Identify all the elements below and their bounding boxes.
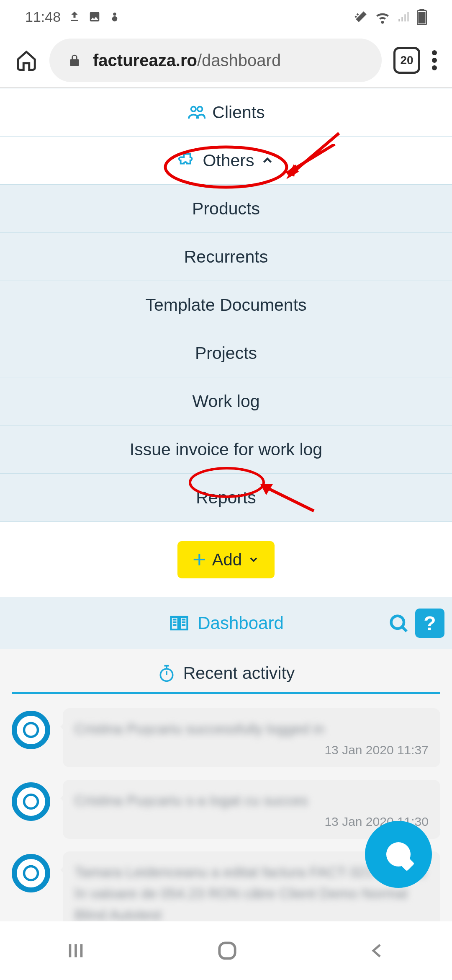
help-button[interactable]: ? bbox=[415, 609, 444, 638]
wifi-icon bbox=[374, 8, 391, 25]
submenu-work-log[interactable]: Work log bbox=[0, 377, 452, 426]
home-icon[interactable] bbox=[15, 49, 38, 72]
avatar bbox=[12, 711, 50, 749]
activity-text: Cristina Pușcariu s-a logat cu succes bbox=[74, 790, 429, 811]
submenu-products[interactable]: Products bbox=[0, 184, 452, 233]
svg-point-10 bbox=[391, 616, 404, 629]
stopwatch-icon bbox=[157, 664, 176, 683]
svg-point-8 bbox=[191, 107, 196, 112]
url-text: factureaza.ro/dashboard bbox=[93, 51, 281, 70]
recent-activity-title: Recent activity bbox=[183, 663, 295, 683]
svg-point-0 bbox=[113, 13, 116, 16]
svg-point-9 bbox=[198, 107, 203, 112]
chat-icon bbox=[386, 842, 411, 867]
svg-rect-4 bbox=[418, 12, 425, 24]
submenu-issue-invoice[interactable]: Issue invoice for work log bbox=[0, 425, 452, 474]
home-button[interactable] bbox=[216, 939, 239, 962]
activity-timestamp: 13 Jan 2020 11:30 bbox=[74, 815, 429, 829]
svg-point-14 bbox=[24, 867, 38, 880]
svg-point-11 bbox=[160, 669, 172, 681]
url-bar[interactable]: factureaza.ro/dashboard bbox=[49, 39, 382, 82]
browser-bar: factureaza.ro/dashboard 20 bbox=[0, 34, 452, 88]
status-time: 11:48 bbox=[25, 9, 61, 25]
snowman-icon bbox=[108, 10, 121, 23]
add-label: Add bbox=[212, 550, 242, 569]
svg-point-5 bbox=[432, 50, 437, 55]
submenu-template-documents[interactable]: Template Documents bbox=[0, 281, 452, 329]
avatar bbox=[12, 854, 50, 892]
svg-point-6 bbox=[432, 58, 437, 63]
svg-point-1 bbox=[112, 16, 118, 22]
activity-timestamp: 13 Jan 2020 11:37 bbox=[74, 743, 429, 757]
vibrate-icon bbox=[354, 10, 368, 24]
nav-clients[interactable]: Clients bbox=[0, 88, 452, 137]
submenu-projects[interactable]: Projects bbox=[0, 329, 452, 377]
kebab-menu-icon[interactable] bbox=[432, 50, 437, 70]
avatar bbox=[12, 782, 50, 821]
chevron-up-icon bbox=[260, 153, 275, 168]
svg-point-13 bbox=[24, 795, 38, 809]
people-icon bbox=[187, 103, 206, 122]
dashboard-header: Dashboard ? bbox=[0, 597, 452, 649]
tab-switcher[interactable]: 20 bbox=[393, 47, 420, 74]
chevron-down-icon bbox=[248, 554, 259, 565]
search-icon[interactable] bbox=[388, 612, 409, 634]
recent-activity-header: Recent activity bbox=[12, 663, 440, 694]
activity-bubble[interactable]: Cristina Pușcariu successfully logged in… bbox=[63, 708, 440, 767]
nav-others-label: Others bbox=[203, 151, 254, 170]
book-icon bbox=[168, 612, 190, 634]
add-row: + Add bbox=[0, 522, 452, 597]
svg-point-12 bbox=[24, 723, 38, 737]
activity-text: Cristina Pușcariu successfully logged in bbox=[74, 718, 429, 740]
recents-button[interactable] bbox=[64, 939, 87, 962]
image-icon bbox=[88, 10, 101, 23]
chat-fab[interactable] bbox=[365, 821, 432, 888]
nav-others[interactable]: Others bbox=[0, 136, 452, 185]
lock-icon bbox=[68, 54, 81, 67]
activity-item: Cristina Pușcariu successfully logged in… bbox=[12, 708, 440, 767]
nav-clients-label: Clients bbox=[212, 103, 265, 122]
puzzle-icon bbox=[177, 151, 197, 170]
battery-icon bbox=[417, 9, 427, 25]
submenu-reports[interactable]: Reports bbox=[0, 473, 452, 522]
dashboard-title: Dashboard bbox=[198, 613, 283, 633]
signal-icon bbox=[397, 10, 411, 24]
back-button[interactable] bbox=[367, 941, 388, 961]
svg-point-7 bbox=[432, 65, 437, 70]
submenu-recurrents[interactable]: Recurrents bbox=[0, 232, 452, 281]
system-nav bbox=[0, 921, 452, 980]
svg-rect-15 bbox=[219, 943, 235, 958]
status-bar: 11:48 bbox=[0, 0, 452, 34]
upload-icon bbox=[68, 10, 81, 23]
add-button[interactable]: + Add bbox=[177, 541, 275, 578]
